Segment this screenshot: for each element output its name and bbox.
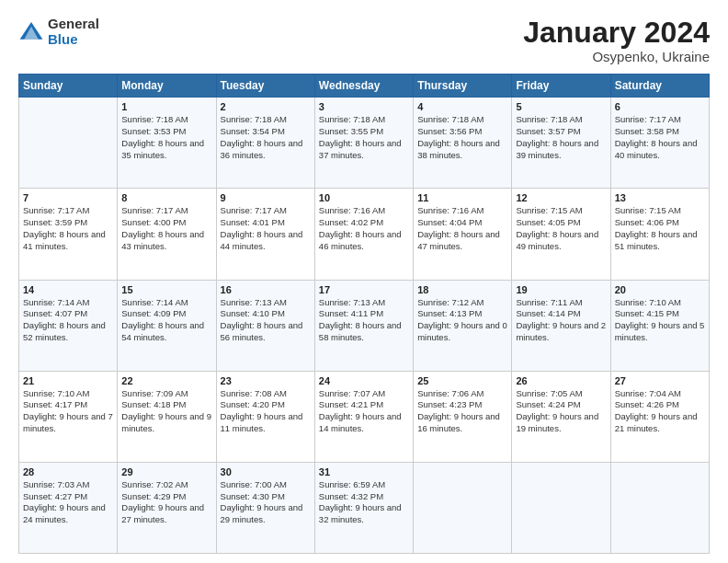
logo-blue-text: Blue [48, 32, 99, 48]
table-row: 11Sunrise: 7:16 AMSunset: 4:04 PMDayligh… [414, 189, 512, 280]
calendar-week-4: 21Sunrise: 7:10 AMSunset: 4:17 PMDayligh… [19, 371, 710, 462]
title-block: January 2024 Osypenko, Ukraine [523, 17, 710, 64]
day-info: Sunrise: 7:08 AMSunset: 4:20 PMDaylight:… [221, 388, 303, 433]
day-info: Sunrise: 7:10 AMSunset: 4:15 PMDaylight:… [615, 297, 705, 342]
table-row: 27Sunrise: 7:04 AMSunset: 4:26 PMDayligh… [610, 371, 709, 462]
calendar-week-1: 1Sunrise: 7:18 AMSunset: 3:53 PMDaylight… [19, 98, 710, 189]
day-info: Sunrise: 7:17 AMSunset: 3:59 PMDaylight:… [23, 205, 106, 250]
day-info: Sunrise: 7:14 AMSunset: 4:09 PMDaylight:… [121, 297, 204, 342]
day-info: Sunrise: 7:18 AMSunset: 3:56 PMDaylight:… [417, 114, 500, 159]
col-thursday: Thursday [414, 75, 512, 98]
table-row: 2Sunrise: 7:18 AMSunset: 3:54 PMDaylight… [216, 98, 314, 189]
day-number: 19 [516, 284, 606, 295]
table-row: 1Sunrise: 7:18 AMSunset: 3:53 PMDaylight… [118, 98, 216, 189]
day-info: Sunrise: 7:03 AMSunset: 4:27 PMDaylight:… [23, 479, 106, 524]
day-info: Sunrise: 7:18 AMSunset: 3:57 PMDaylight:… [516, 114, 598, 159]
table-row: 18Sunrise: 7:12 AMSunset: 4:13 PMDayligh… [414, 280, 512, 371]
col-wednesday: Wednesday [314, 75, 413, 98]
day-number: 8 [121, 192, 211, 203]
day-number: 22 [121, 375, 211, 386]
day-number: 18 [417, 284, 507, 295]
day-number: 16 [221, 284, 311, 295]
logo-text: General Blue [48, 17, 99, 47]
day-info: Sunrise: 7:17 AMSunset: 4:00 PMDaylight:… [121, 205, 204, 250]
day-info: Sunrise: 7:11 AMSunset: 4:14 PMDaylight:… [516, 297, 606, 342]
calendar-header-row: Sunday Monday Tuesday Wednesday Thursday… [19, 75, 710, 98]
day-info: Sunrise: 7:18 AMSunset: 3:54 PMDaylight:… [221, 114, 303, 159]
day-info: Sunrise: 6:59 AMSunset: 4:32 PMDaylight:… [319, 479, 402, 524]
table-row [610, 462, 709, 553]
day-number: 26 [516, 375, 606, 386]
table-row: 14Sunrise: 7:14 AMSunset: 4:07 PMDayligh… [19, 280, 118, 371]
day-info: Sunrise: 7:05 AMSunset: 4:24 PMDaylight:… [516, 388, 598, 433]
table-row: 4Sunrise: 7:18 AMSunset: 3:56 PMDaylight… [414, 98, 512, 189]
col-friday: Friday [512, 75, 610, 98]
day-number: 31 [319, 466, 409, 477]
table-row: 13Sunrise: 7:15 AMSunset: 4:06 PMDayligh… [610, 189, 709, 280]
day-number: 10 [319, 192, 409, 203]
table-row: 6Sunrise: 7:17 AMSunset: 3:58 PMDaylight… [610, 98, 709, 189]
table-row: 28Sunrise: 7:03 AMSunset: 4:27 PMDayligh… [19, 462, 118, 553]
logo-icon [18, 19, 44, 45]
day-number: 24 [319, 375, 409, 386]
table-row: 29Sunrise: 7:02 AMSunset: 4:29 PMDayligh… [118, 462, 216, 553]
col-monday: Monday [118, 75, 216, 98]
table-row: 26Sunrise: 7:05 AMSunset: 4:24 PMDayligh… [512, 371, 610, 462]
day-number: 13 [615, 192, 705, 203]
col-tuesday: Tuesday [216, 75, 314, 98]
table-row: 24Sunrise: 7:07 AMSunset: 4:21 PMDayligh… [314, 371, 413, 462]
col-saturday: Saturday [610, 75, 709, 98]
table-row: 10Sunrise: 7:16 AMSunset: 4:02 PMDayligh… [314, 189, 413, 280]
day-number: 14 [23, 284, 113, 295]
day-number: 7 [23, 192, 113, 203]
day-number: 11 [417, 192, 507, 203]
day-number: 12 [516, 192, 606, 203]
day-info: Sunrise: 7:12 AMSunset: 4:13 PMDaylight:… [417, 297, 507, 342]
day-info: Sunrise: 7:04 AMSunset: 4:26 PMDaylight:… [615, 388, 698, 433]
table-row: 3Sunrise: 7:18 AMSunset: 3:55 PMDaylight… [314, 98, 413, 189]
calendar-week-5: 28Sunrise: 7:03 AMSunset: 4:27 PMDayligh… [19, 462, 710, 553]
day-info: Sunrise: 7:13 AMSunset: 4:11 PMDaylight:… [319, 297, 402, 342]
table-row: 31Sunrise: 6:59 AMSunset: 4:32 PMDayligh… [314, 462, 413, 553]
day-number: 29 [121, 466, 211, 477]
table-row [414, 462, 512, 553]
day-number: 1 [121, 101, 211, 112]
day-number: 4 [417, 101, 507, 112]
table-row: 16Sunrise: 7:13 AMSunset: 4:10 PMDayligh… [216, 280, 314, 371]
table-row: 17Sunrise: 7:13 AMSunset: 4:11 PMDayligh… [314, 280, 413, 371]
col-sunday: Sunday [19, 75, 118, 98]
table-row: 25Sunrise: 7:06 AMSunset: 4:23 PMDayligh… [414, 371, 512, 462]
day-info: Sunrise: 7:07 AMSunset: 4:21 PMDaylight:… [319, 388, 402, 433]
day-number: 2 [221, 101, 311, 112]
day-info: Sunrise: 7:02 AMSunset: 4:29 PMDaylight:… [121, 479, 204, 524]
day-number: 3 [319, 101, 409, 112]
day-info: Sunrise: 7:13 AMSunset: 4:10 PMDaylight:… [221, 297, 303, 342]
calendar-table: Sunday Monday Tuesday Wednesday Thursday… [18, 74, 710, 554]
table-row: 23Sunrise: 7:08 AMSunset: 4:20 PMDayligh… [216, 371, 314, 462]
table-row [512, 462, 610, 553]
day-info: Sunrise: 7:10 AMSunset: 4:17 PMDaylight:… [23, 388, 113, 433]
table-row: 21Sunrise: 7:10 AMSunset: 4:17 PMDayligh… [19, 371, 118, 462]
table-row: 20Sunrise: 7:10 AMSunset: 4:15 PMDayligh… [610, 280, 709, 371]
title-month: January 2024 [523, 17, 710, 49]
table-row: 9Sunrise: 7:17 AMSunset: 4:01 PMDaylight… [216, 189, 314, 280]
day-number: 30 [221, 466, 311, 477]
day-info: Sunrise: 7:06 AMSunset: 4:23 PMDaylight:… [417, 388, 500, 433]
logo: General Blue [18, 17, 99, 47]
table-row: 7Sunrise: 7:17 AMSunset: 3:59 PMDaylight… [19, 189, 118, 280]
calendar-week-3: 14Sunrise: 7:14 AMSunset: 4:07 PMDayligh… [19, 280, 710, 371]
day-info: Sunrise: 7:09 AMSunset: 4:18 PMDaylight:… [121, 388, 211, 433]
day-number: 23 [221, 375, 311, 386]
table-row: 5Sunrise: 7:18 AMSunset: 3:57 PMDaylight… [512, 98, 610, 189]
day-number: 6 [615, 101, 705, 112]
day-number: 20 [615, 284, 705, 295]
table-row: 22Sunrise: 7:09 AMSunset: 4:18 PMDayligh… [118, 371, 216, 462]
title-location: Osypenko, Ukraine [523, 49, 710, 64]
day-info: Sunrise: 7:17 AMSunset: 3:58 PMDaylight:… [615, 114, 698, 159]
day-number: 5 [516, 101, 606, 112]
table-row: 30Sunrise: 7:00 AMSunset: 4:30 PMDayligh… [216, 462, 314, 553]
day-info: Sunrise: 7:16 AMSunset: 4:02 PMDaylight:… [319, 205, 402, 250]
day-number: 15 [121, 284, 211, 295]
table-row: 15Sunrise: 7:14 AMSunset: 4:09 PMDayligh… [118, 280, 216, 371]
table-row: 8Sunrise: 7:17 AMSunset: 4:00 PMDaylight… [118, 189, 216, 280]
